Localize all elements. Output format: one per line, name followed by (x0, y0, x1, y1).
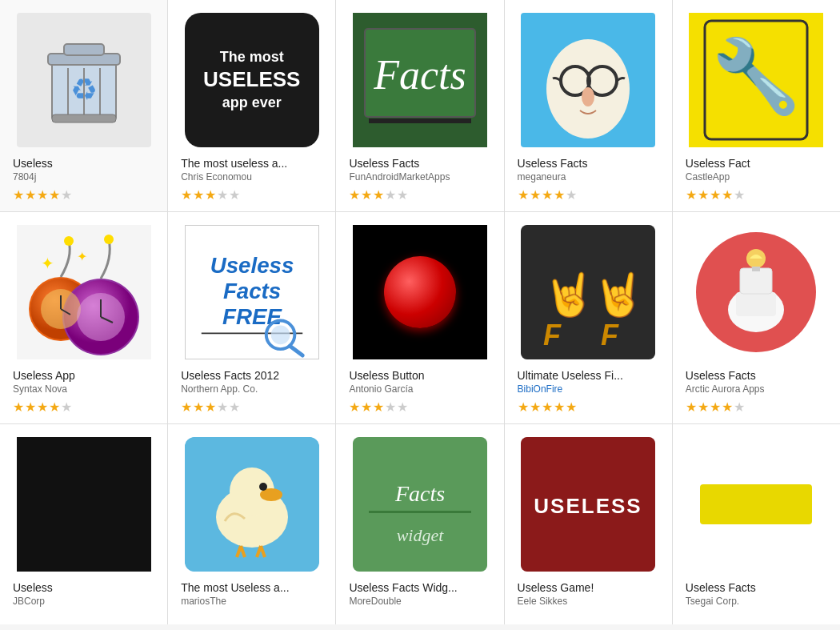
star-empty: ★ (61, 399, 72, 411)
app-card-most-useless2[interactable]: The most Useless a...mariosThe (168, 424, 335, 624)
app-icon-facts-widget: Facts widget (353, 437, 487, 572)
app-icon-most-useless: The mostUSELESSapp ever (185, 13, 319, 147)
app-card-useless-game[interactable]: USELESS Useless Game!Eele Sikkes (505, 424, 672, 624)
svg-rect-2 (64, 44, 104, 55)
app-name-useless-facts-mega: Useless Facts (518, 157, 659, 170)
svg-rect-51 (740, 268, 772, 294)
app-icon-wrapper-useless-facts-free: Useless Facts FREE (185, 225, 319, 359)
star-empty: ★ (385, 399, 396, 411)
app-card-useless-facts-free[interactable]: Useless Facts FREE Useless Facts 2012Nor… (168, 212, 335, 423)
app-name-useless-button: Useless Button (349, 369, 490, 382)
app-card-useless-facts-widget[interactable]: Facts widget Useless Facts Widg...MoreDo… (336, 424, 503, 624)
app-name-useless-facts-free: Useless Facts 2012 (181, 369, 322, 382)
svg-point-24 (64, 236, 74, 246)
star-full: ★ (349, 187, 360, 199)
app-card-useless-facts-tsegai[interactable]: Useless FactsTsegai Corp. (673, 424, 840, 624)
app-rating-useless-facts-mega: ★★★★★ (518, 187, 577, 199)
svg-text:🤘: 🤘 (543, 270, 595, 319)
app-icon-ff-logo: 🤘 🤘 F F (521, 225, 655, 359)
app-name-useless-fact-castle: Useless Fact (686, 157, 827, 170)
app-icon-wrapper-useless-fact-castle: 🔧 (689, 13, 823, 147)
app-rating-most-useless-app: ★★★★★ (181, 187, 240, 199)
app-icon-wrapper-most-useless2 (185, 437, 319, 572)
app-card-most-useless-app[interactable]: The mostUSELESSapp ever The most useless… (168, 0, 335, 211)
svg-rect-7 (52, 114, 116, 122)
app-card-useless-fact-castle[interactable]: 🔧 Useless FactCastleApp★★★★★ (673, 0, 840, 211)
app-icon-wrapper-useless-button (353, 225, 487, 359)
star-full: ★ (530, 399, 541, 411)
app-name-useless-facts-tsegai: Useless Facts (686, 581, 827, 594)
app-card-ultimate-useless[interactable]: 🤘 🤘 F F Ultimate Useless Fi...BibiOnFire… (505, 212, 672, 423)
app-icon-wrapper-useless-jbcorp (17, 437, 151, 572)
star-empty: ★ (397, 399, 408, 411)
app-icon-wrapper-useless-game: USELESS (521, 437, 655, 572)
star-empty: ★ (566, 187, 577, 199)
app-icon-wrapper-useless-facts-arctic (689, 225, 823, 359)
app-author-most-useless2: mariosThe (181, 596, 322, 607)
star-full: ★ (193, 187, 204, 199)
app-author-useless-game: Eele Sikkes (518, 596, 659, 607)
star-full: ★ (25, 187, 36, 199)
app-card-useless-button[interactable]: Useless ButtonAntonio García★★★★★ (336, 212, 503, 423)
app-author-useless-jbcorp: JBCorp (13, 596, 154, 607)
app-card-useless-facts-mega[interactable]: Useless Factsmeganeura★★★★★ (505, 0, 672, 211)
app-name-most-useless-app: The most useless a... (181, 157, 322, 170)
star-full: ★ (518, 399, 529, 411)
app-author-useless-7804j: 7804j (13, 171, 154, 183)
app-icon-bombs: ✦ ✦ (17, 225, 151, 359)
star-empty: ★ (217, 187, 228, 199)
star-full: ★ (698, 399, 709, 411)
svg-text:✦: ✦ (41, 255, 54, 272)
star-full: ★ (361, 187, 372, 199)
app-rating-useless-7804j: ★★★★★ (13, 187, 72, 199)
svg-text:Facts: Facts (223, 279, 281, 303)
app-author-most-useless-app: Chris Economou (181, 171, 322, 183)
star-half: ★ (722, 187, 733, 199)
app-author-useless-facts-tsegai: Tsegai Corp. (686, 596, 827, 607)
svg-rect-11 (369, 118, 471, 123)
app-card-useless-jbcorp[interactable]: UselessJBCorp (0, 424, 167, 624)
svg-point-33 (104, 235, 114, 244)
app-icon-toilet (696, 232, 816, 352)
app-icon-wrapper-useless-7804j: ♻ (17, 13, 151, 147)
star-full: ★ (530, 187, 541, 199)
app-author-useless-facts-arctic: Arctic Aurora Apps (686, 383, 827, 395)
star-empty: ★ (734, 399, 745, 411)
app-rating-ultimate-useless: ★★★★★ (518, 399, 577, 411)
app-author-useless-button: Antonio García (349, 383, 490, 395)
app-rating-useless-button: ★★★★★ (349, 399, 408, 411)
app-name-most-useless2: The most Useless a... (181, 581, 322, 594)
svg-text:Useless: Useless (210, 253, 294, 278)
star-empty: ★ (229, 187, 240, 199)
app-icon-facts-board: Facts (353, 13, 487, 147)
app-author-useless-app-syntax: Syntax Nova (13, 383, 154, 395)
app-icon-wrapper-useless-facts-tsegai (689, 437, 823, 572)
svg-text:FREE: FREE (222, 304, 282, 329)
star-full: ★ (710, 187, 721, 199)
app-rating-useless-app-syntax: ★★★★★ (13, 399, 72, 411)
app-card-useless-facts-arctic[interactable]: Useless FactsArctic Aurora Apps★★★★★ (673, 212, 840, 423)
star-empty: ★ (397, 187, 408, 199)
star-half: ★ (49, 187, 60, 199)
app-author-ultimate-useless[interactable]: BibiOnFire (518, 383, 659, 395)
svg-text:🔧: 🔧 (711, 34, 802, 119)
app-icon-wrapper-useless-facts-widget: Facts widget (353, 437, 487, 572)
star-full: ★ (554, 187, 565, 199)
app-card-useless-app-syntax[interactable]: ✦ ✦ Useless AppSyntax Nova★★★★★ (0, 212, 167, 423)
star-full: ★ (542, 187, 553, 199)
app-name-useless-facts-arctic: Useless Facts (686, 369, 827, 382)
star-full: ★ (25, 399, 36, 411)
app-icon-useless-game: USELESS (521, 437, 655, 572)
svg-point-17 (582, 87, 594, 106)
app-card-useless-7804j[interactable]: ♻ Useless7804j★★★★★ (0, 0, 167, 211)
star-full: ★ (698, 187, 709, 199)
star-full: ★ (193, 399, 204, 411)
app-icon-most-useless2 (185, 437, 319, 572)
app-name-useless-app-syntax: Useless App (13, 369, 154, 382)
app-icon-wrapper-useless-app-syntax: ✦ ✦ (17, 225, 151, 359)
app-name-useless-jbcorp: Useless (13, 581, 154, 594)
app-card-useless-facts-fun[interactable]: Facts Useless FactsFunAndroidMarketApps★… (336, 0, 503, 211)
app-author-useless-facts-widget: MoreDouble (349, 596, 490, 607)
star-empty: ★ (217, 399, 228, 411)
svg-text:Facts: Facts (373, 52, 466, 98)
